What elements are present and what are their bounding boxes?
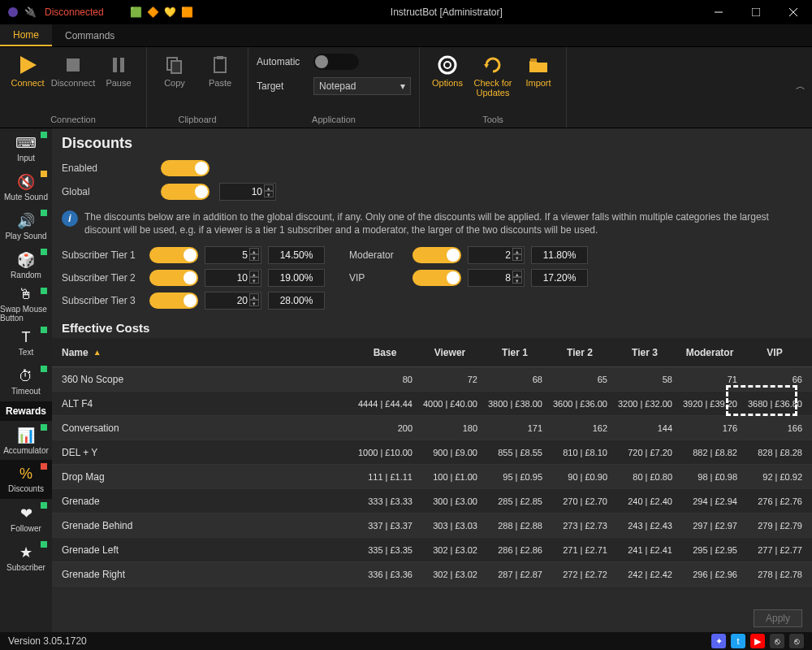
svg-rect-11 — [214, 58, 226, 72]
col-mod[interactable]: Moderator — [677, 347, 742, 358]
svg-point-0 — [8, 7, 18, 17]
nav-item-random[interactable]: 🎲Random — [0, 245, 52, 284]
col-tier3[interactable]: Tier 3 — [612, 347, 677, 358]
paste-button[interactable]: Paste — [199, 52, 241, 88]
info-text: The discounts below are in addition to t… — [84, 210, 802, 236]
tab-home[interactable]: Home — [0, 24, 52, 46]
automatic-toggle[interactable] — [313, 54, 359, 70]
vip-label: VIP — [349, 272, 406, 284]
tier1-toggle[interactable] — [149, 247, 198, 263]
table-row[interactable]: Grenade333 | £3.33300 | £3.00285 | £2.85… — [52, 489, 812, 514]
mod-toggle[interactable] — [412, 247, 461, 263]
copy-button[interactable]: Copy — [153, 52, 196, 88]
tier2-pct: 19.00% — [268, 269, 325, 287]
col-tier2[interactable]: Tier 2 — [547, 347, 612, 358]
nav-item-subscriber[interactable]: ★Subscriber — [0, 538, 52, 577]
apply-button[interactable]: Apply — [754, 609, 802, 627]
table-row[interactable]: 360 No Scope80726865587166 — [52, 367, 812, 392]
nav-item-swap-mouse-button[interactable]: 🖱Swap Mouse Button — [0, 284, 52, 323]
tier3-value[interactable]: 20▴▾ — [205, 292, 261, 310]
tier2-value[interactable]: 10▴▾ — [205, 269, 261, 287]
col-base[interactable]: Base — [352, 347, 417, 358]
extra-icon-1[interactable]: ⎋ — [770, 634, 784, 648]
info-icon: i — [62, 210, 78, 227]
col-viewer[interactable]: Viewer — [417, 347, 482, 358]
target-select[interactable]: Notepad ▾ — [313, 77, 411, 95]
connect-button[interactable]: Connect — [6, 52, 49, 88]
tier3-pct: 28.00% — [268, 292, 325, 310]
automatic-label: Automatic — [257, 56, 305, 67]
connection-status: Disconnected — [45, 6, 104, 18]
tray-icon-3[interactable]: 💛 — [164, 6, 176, 18]
table-row[interactable]: Grenade Right336 | £3.36302 | £3.02287 |… — [52, 562, 812, 587]
maximize-button[interactable] — [737, 0, 775, 24]
svg-rect-10 — [171, 61, 181, 73]
chevron-down-icon: ▾ — [400, 80, 405, 92]
tier1-pct: 14.50% — [268, 246, 325, 264]
nav-item-play-sound[interactable]: 🔊Play Sound — [0, 206, 52, 245]
nav-section-rewards: Rewards — [0, 401, 52, 421]
close-button[interactable] — [775, 0, 812, 24]
global-toggle[interactable] — [161, 184, 209, 200]
vip-toggle[interactable] — [412, 270, 461, 286]
table-row[interactable]: DEL + Y1000 | £10.00900 | £9.00855 | £8.… — [52, 440, 812, 465]
disconnect-button[interactable]: Disconnect — [52, 52, 94, 88]
discord-icon[interactable]: ✦ — [711, 634, 726, 648]
table-row[interactable]: Grenade Behind337 | £3.37303 | £3.03288 … — [52, 514, 812, 538]
twitter-icon[interactable]: t — [731, 634, 745, 648]
tray-icon-4[interactable]: 🟧 — [181, 6, 193, 18]
tier3-toggle[interactable] — [149, 292, 198, 309]
tray-icon-2[interactable]: 🔶 — [147, 6, 159, 18]
table-body[interactable]: 360 No Scope80726865587166ALT F44444 | £… — [52, 367, 812, 604]
mod-pct: 11.80% — [531, 246, 588, 264]
tier3-label: Subscriber Tier 3 — [62, 295, 143, 306]
minimize-button[interactable] — [700, 0, 737, 24]
svg-rect-16 — [530, 58, 537, 62]
nav-item-timeout[interactable]: ⏱Timeout — [0, 362, 52, 401]
col-vip[interactable]: VIP — [742, 347, 807, 358]
discounts-icon: % — [19, 466, 32, 483]
target-label: Target — [257, 80, 305, 92]
nav-item-follower[interactable]: ❤Follower — [0, 499, 52, 538]
tier1-value[interactable]: 5▴▾ — [205, 246, 261, 264]
collapse-ribbon-icon[interactable]: ︿ — [796, 80, 806, 93]
nav-item-text[interactable]: TText — [0, 323, 52, 362]
extra-icon-2[interactable]: ⎋ — [789, 634, 804, 648]
panel-title: Discounts — [52, 128, 812, 157]
table-row[interactable]: Grenade Left335 | £3.35302 | £3.02286 | … — [52, 538, 812, 562]
youtube-icon[interactable]: ▶ — [750, 634, 765, 648]
svg-marker-5 — [20, 56, 37, 74]
app-icon — [6, 6, 19, 19]
table-row[interactable]: ALT F44444 | £44.444000 | £40.003800 | £… — [52, 392, 812, 416]
global-value-input[interactable]: 10▴▾ — [219, 183, 276, 201]
nav-item-input[interactable]: ⌨Input — [0, 128, 52, 167]
svg-rect-6 — [67, 58, 80, 72]
accumulator-icon: 📊 — [17, 427, 35, 444]
nav-item-mute-sound[interactable]: 🔇Mute Sound — [0, 167, 52, 206]
nav-item-accumulator[interactable]: 📊Accumulator — [0, 421, 52, 460]
enabled-toggle[interactable] — [161, 160, 209, 176]
window-title: InstructBot [Administrator] — [193, 6, 700, 18]
subscriber-icon: ★ — [19, 544, 32, 561]
nav-item-discounts[interactable]: %Discounts — [0, 460, 52, 499]
table-row[interactable]: Drop Mag111 | £1.11100 | £1.0095 | £0.95… — [52, 465, 812, 489]
col-name[interactable]: Name ▲ — [52, 347, 352, 358]
mod-value[interactable]: 2▴▾ — [468, 246, 525, 264]
tier2-toggle[interactable] — [149, 270, 198, 286]
check-updates-button[interactable]: Check for Updates — [472, 52, 514, 98]
import-button[interactable]: Import — [517, 52, 559, 98]
col-tier1[interactable]: Tier 1 — [482, 347, 547, 358]
plug-icon: 🔌 — [24, 6, 37, 18]
follower-icon: ❤ — [20, 505, 32, 522]
vip-value[interactable]: 8▴▾ — [468, 269, 525, 287]
pause-button[interactable]: Pause — [97, 52, 140, 88]
table-row[interactable]: Conversation200180171162144176166 — [52, 416, 812, 440]
tab-commands[interactable]: Commands — [52, 24, 127, 46]
svg-rect-12 — [217, 56, 223, 59]
group-application-label: Application — [312, 111, 356, 124]
tray-icon-1[interactable]: 🟩 — [130, 6, 142, 18]
random-icon: 🎲 — [17, 251, 35, 269]
group-tools-label: Tools — [482, 111, 503, 124]
options-button[interactable]: Options — [426, 52, 469, 98]
sort-asc-icon: ▲ — [93, 348, 102, 357]
